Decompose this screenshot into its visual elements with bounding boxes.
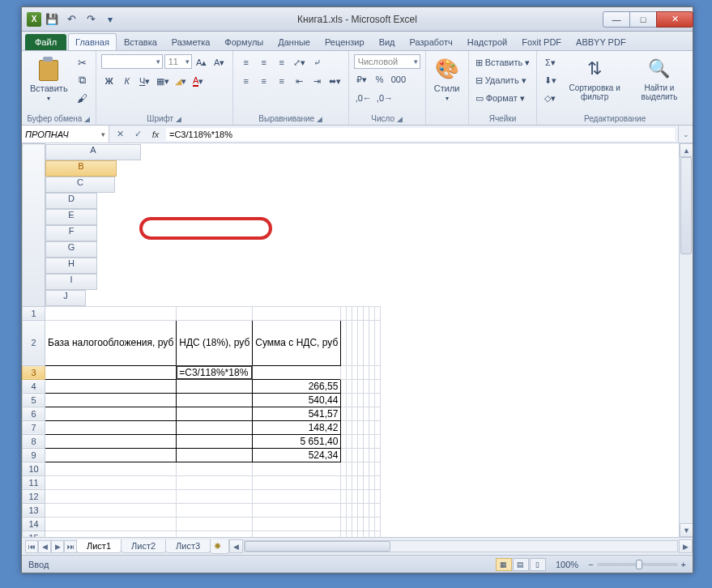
- insert-cells-button[interactable]: ⊞Вставить ▾: [474, 54, 532, 70]
- tab-insert[interactable]: Вставка: [117, 33, 164, 50]
- zoom-in-button[interactable]: +: [681, 560, 686, 569]
- cell-F15[interactable]: [352, 530, 358, 537]
- cell-H14[interactable]: [364, 517, 369, 530]
- vscroll-track[interactable]: [680, 157, 693, 523]
- tab-addins[interactable]: Надстрой: [460, 33, 514, 50]
- row-header-7[interactable]: 7: [23, 420, 45, 434]
- zoom-knob[interactable]: [636, 560, 642, 569]
- cell-B9[interactable]: [177, 448, 253, 462]
- sheet-tab-1[interactable]: Лист1: [76, 539, 122, 553]
- expand-formula-bar-button[interactable]: ⌄: [678, 126, 693, 143]
- cell-I12[interactable]: [369, 489, 375, 503]
- cell-G8[interactable]: [358, 434, 364, 448]
- cell-G5[interactable]: [358, 393, 364, 407]
- cell-C7[interactable]: 148,42: [253, 420, 341, 434]
- delete-cells-button[interactable]: ⊟Удалить ▾: [474, 72, 532, 88]
- cell-A12[interactable]: [45, 489, 177, 503]
- cell-A9[interactable]: [45, 448, 177, 462]
- clear-button[interactable]: ◇ ▾: [542, 90, 558, 106]
- cell-I13[interactable]: [369, 503, 375, 517]
- cell-J10[interactable]: [375, 462, 381, 475]
- zoom-out-button[interactable]: −: [588, 560, 593, 569]
- cell-J4[interactable]: [375, 379, 381, 393]
- cell-B15[interactable]: [177, 530, 253, 537]
- cell-D8[interactable]: [341, 434, 347, 448]
- cell-I7[interactable]: [369, 420, 375, 434]
- align-dialog-launcher[interactable]: ◢: [317, 115, 322, 123]
- cell-H4[interactable]: [364, 379, 369, 393]
- align-center-button[interactable]: ≡: [256, 73, 272, 89]
- cell-J11[interactable]: [375, 475, 381, 489]
- col-header-E[interactable]: E: [45, 209, 97, 225]
- cell-C12[interactable]: [253, 489, 341, 503]
- cell-I15[interactable]: [369, 530, 375, 537]
- cell-F10[interactable]: [352, 462, 358, 475]
- tab-layout[interactable]: Разметка: [164, 33, 218, 50]
- cell-D5[interactable]: [341, 393, 347, 407]
- currency-button[interactable]: ₽▾: [354, 71, 370, 87]
- cell-H8[interactable]: [364, 434, 369, 448]
- cell-G10[interactable]: [358, 462, 364, 475]
- cell-H10[interactable]: [364, 462, 369, 475]
- row-header-5[interactable]: 5: [23, 393, 45, 407]
- cell-C4[interactable]: 266,55: [253, 379, 341, 393]
- cell-H7[interactable]: [364, 420, 369, 434]
- cancel-formula-button[interactable]: ✕: [113, 127, 127, 142]
- cell-A11[interactable]: [45, 475, 177, 489]
- next-sheet-button[interactable]: ▶: [51, 540, 64, 553]
- col-header-G[interactable]: G: [45, 241, 97, 258]
- cell-J1[interactable]: [375, 306, 381, 320]
- cell-I5[interactable]: [369, 393, 375, 407]
- cell-G7[interactable]: [358, 420, 364, 434]
- cell-A6[interactable]: [45, 407, 177, 420]
- cell-I8[interactable]: [369, 434, 375, 448]
- fill-button[interactable]: ⬇ ▾: [542, 72, 558, 88]
- col-header-C[interactable]: C: [45, 177, 115, 193]
- cell-J14[interactable]: [375, 517, 381, 530]
- cell-D6[interactable]: [341, 407, 347, 420]
- cell-E8[interactable]: [347, 434, 352, 448]
- cell-H2[interactable]: [364, 320, 369, 365]
- percent-button[interactable]: %: [372, 71, 388, 87]
- cell-J3[interactable]: [375, 365, 381, 379]
- qat-save-button[interactable]: 💾: [43, 11, 61, 28]
- cell-E11[interactable]: [347, 475, 352, 489]
- file-tab[interactable]: Файл: [25, 34, 66, 50]
- row-header-12[interactable]: 12: [23, 489, 45, 503]
- cell-B1[interactable]: [177, 306, 253, 320]
- cell-I6[interactable]: [369, 407, 375, 420]
- cell-C15[interactable]: [253, 530, 341, 537]
- align-bottom-button[interactable]: ≡: [274, 54, 290, 70]
- cell-B12[interactable]: [177, 489, 253, 503]
- scroll-left-button[interactable]: ◀: [229, 539, 243, 553]
- col-header-A[interactable]: A: [45, 144, 141, 160]
- cell-H1[interactable]: [364, 306, 369, 320]
- cell-F5[interactable]: [352, 393, 358, 407]
- decrease-indent-button[interactable]: ⇤: [292, 73, 308, 89]
- comma-button[interactable]: 000: [390, 71, 407, 87]
- tab-view[interactable]: Вид: [372, 33, 403, 50]
- cell-D13[interactable]: [341, 503, 347, 517]
- cell-E12[interactable]: [347, 489, 352, 503]
- cell-C2[interactable]: Сумма с НДС, руб: [253, 320, 341, 365]
- cell-B2[interactable]: НДС (18%), руб: [177, 320, 253, 365]
- cell-G9[interactable]: [358, 448, 364, 462]
- cell-A5[interactable]: [45, 393, 177, 407]
- cell-I11[interactable]: [369, 475, 375, 489]
- row-header-14[interactable]: 14: [23, 517, 45, 530]
- cell-G13[interactable]: [358, 503, 364, 517]
- cell-C8[interactable]: 5 651,40: [253, 434, 341, 448]
- cell-I10[interactable]: [369, 462, 375, 475]
- cell-A14[interactable]: [45, 517, 177, 530]
- cell-G4[interactable]: [358, 379, 364, 393]
- font-name-select[interactable]: [101, 54, 163, 69]
- align-top-button[interactable]: ≡: [238, 54, 254, 70]
- cell-A13[interactable]: [45, 503, 177, 517]
- find-select-button[interactable]: 🔍 Найти и выделить: [631, 54, 688, 103]
- excel-icon[interactable]: X: [27, 12, 41, 27]
- scroll-right-button[interactable]: ▶: [679, 539, 693, 553]
- cell-F12[interactable]: [352, 489, 358, 503]
- row-header-13[interactable]: 13: [23, 503, 45, 517]
- cell-H5[interactable]: [364, 393, 369, 407]
- row-header-9[interactable]: 9: [23, 448, 45, 462]
